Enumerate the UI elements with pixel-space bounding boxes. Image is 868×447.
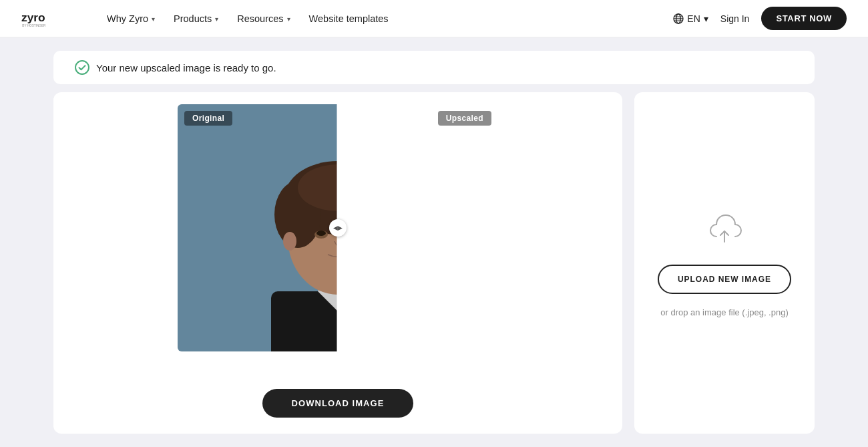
- compare-left: [178, 104, 338, 351]
- download-image-button[interactable]: DOWNLOAD IMAGE: [262, 389, 414, 418]
- sign-in-link[interactable]: Sign In: [720, 13, 750, 24]
- nav-links: Why Zyro ▾ Products ▾ Resources ▾ Websit…: [99, 9, 673, 28]
- download-btn-wrap: DOWNLOAD IMAGE: [262, 389, 414, 418]
- chevron-down-icon: ▾: [215, 15, 218, 23]
- upload-cloud-icon: [703, 208, 746, 251]
- svg-point-20: [316, 231, 326, 236]
- svg-text:BY HOSTINGER: BY HOSTINGER: [22, 24, 46, 27]
- chevron-down-icon: ▾: [152, 15, 155, 23]
- chevron-down-icon: ▾: [287, 15, 290, 23]
- nav-item-resources[interactable]: Resources ▾: [229, 9, 298, 28]
- upload-new-image-button[interactable]: UPLOAD NEW IMAGE: [658, 265, 791, 294]
- page-content: Your new upscaled image is ready to go.: [0, 37, 868, 447]
- nav-item-products[interactable]: Products ▾: [166, 9, 226, 28]
- compare-right: [338, 104, 498, 351]
- compare-container[interactable]: Original Upscaled ◀▶: [178, 104, 498, 351]
- label-original: Original: [184, 111, 232, 126]
- check-icon: [75, 60, 89, 75]
- portrait-original: [178, 104, 338, 351]
- compare-handle[interactable]: ◀▶: [329, 219, 347, 237]
- svg-text:zyro: zyro: [21, 11, 45, 24]
- nav-right: EN ▾ Sign In START NOW: [673, 7, 847, 30]
- upload-icon-wrap: [703, 208, 746, 251]
- image-compare-panel: Original Upscaled ◀▶ DOWNLOAD IMAGE: [53, 92, 622, 434]
- language-selector[interactable]: EN ▾: [673, 13, 708, 24]
- svg-point-22: [283, 232, 296, 251]
- drop-hint: or drop an image file (.jpeg, .png): [660, 307, 789, 317]
- chevron-down-icon: ▾: [704, 13, 708, 24]
- navbar: zyro BY HOSTINGER Why Zyro ▾ Products ▾ …: [0, 0, 868, 37]
- nav-item-why-zyro[interactable]: Why Zyro ▾: [99, 9, 163, 28]
- globe-icon: [673, 13, 684, 24]
- start-now-button[interactable]: START NOW: [761, 7, 847, 30]
- label-upscaled: Upscaled: [438, 111, 491, 126]
- logo[interactable]: zyro BY HOSTINGER: [21, 7, 75, 31]
- nav-item-website-templates[interactable]: Website templates: [301, 9, 397, 28]
- upload-panel: UPLOAD NEW IMAGE or drop an image file (…: [634, 92, 815, 434]
- main-area: Original Upscaled ◀▶ DOWNLOAD IMAGE: [53, 92, 815, 434]
- svg-point-7: [75, 61, 89, 74]
- success-banner: Your new upscaled image is ready to go.: [53, 51, 815, 84]
